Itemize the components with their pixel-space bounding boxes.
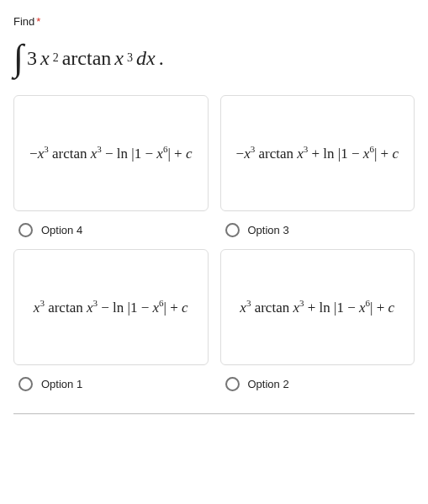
option-cell-3: −x3 arctan x3 + ln |1 − x6| + c Option 3	[220, 95, 415, 237]
option-card: x3 arctan x3 − ln |1 − x6| + c	[13, 249, 209, 365]
option-card: x3 arctan x3 + ln |1 − x6| + c	[220, 249, 415, 365]
option-card: −x3 arctan x3 + ln |1 − x6| + c	[220, 95, 415, 211]
option-cell-4: −x3 arctan x3 − ln |1 − x6| + c Option 4	[13, 95, 209, 237]
option-row[interactable]: Option 4	[13, 223, 209, 237]
option-cell-2: x3 arctan x3 + ln |1 − x6| + c Option 2	[220, 249, 415, 391]
option-card: −x3 arctan x3 − ln |1 − x6| + c	[13, 95, 209, 211]
radio-icon[interactable]	[225, 223, 240, 237]
divider	[13, 413, 415, 414]
question-prompt: Find*	[13, 15, 415, 28]
option-label: Option 3	[248, 224, 289, 236]
option-formula: −x3 arctan x3 − ln |1 − x6| + c	[29, 144, 192, 162]
option-row[interactable]: Option 2	[220, 377, 415, 391]
required-marker: *	[36, 15, 40, 28]
prompt-text: Find	[13, 15, 34, 28]
radio-icon[interactable]	[18, 223, 33, 237]
option-formula: −x3 arctan x3 + ln |1 − x6| + c	[236, 144, 399, 162]
option-row[interactable]: Option 3	[220, 223, 415, 237]
option-label: Option 4	[41, 224, 82, 236]
radio-icon[interactable]	[225, 377, 240, 391]
radio-icon[interactable]	[18, 377, 33, 391]
option-formula: x3 arctan x3 − ln |1 − x6| + c	[34, 298, 188, 316]
option-label: Option 2	[248, 378, 289, 390]
option-cell-1: x3 arctan x3 − ln |1 − x6| + c Option 1	[13, 249, 209, 391]
option-label: Option 1	[41, 378, 82, 390]
question-expression: ∫ 3x2 arctan x3 dx.	[13, 40, 415, 77]
option-formula: x3 arctan x3 + ln |1 − x6| + c	[240, 298, 394, 316]
options-grid: −x3 arctan x3 − ln |1 − x6| + c Option 4…	[13, 95, 415, 391]
option-row[interactable]: Option 1	[13, 377, 209, 391]
